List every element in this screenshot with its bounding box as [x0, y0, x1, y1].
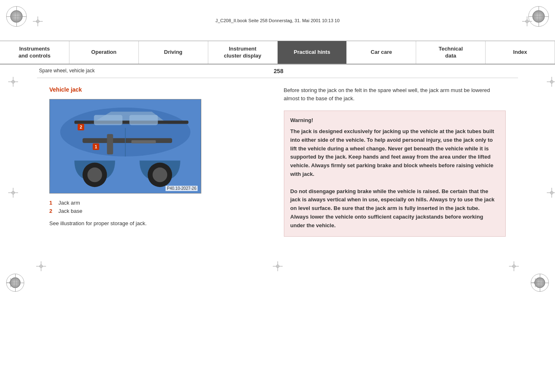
item2-number: 2 — [49, 208, 54, 214]
item-list: 1 Jack arm 2 Jack base — [49, 200, 272, 214]
content-columns: Vehicle jack — [37, 86, 518, 237]
section-title: Vehicle jack — [49, 86, 272, 93]
subheader-right — [358, 68, 518, 74]
right-column: Before storing the jack on the felt in t… — [284, 86, 518, 237]
svg-rect-5 — [131, 140, 156, 143]
tab-practical-hints[interactable]: Practical hints — [278, 41, 347, 64]
corner-decoration-tl — [6, 6, 27, 27]
inner-cross-tr — [529, 7, 548, 26]
footer-right — [531, 274, 549, 292]
corner-circle-tr — [528, 6, 549, 27]
footer-circle-left — [6, 274, 24, 292]
subheader-title: Spare wheel, vehicle jack — [37, 68, 199, 74]
item1-label: Jack arm — [58, 200, 80, 206]
top-border: J_C208_II.book Seite 258 Donnerstag, 31.… — [0, 0, 555, 41]
bottom-area — [37, 253, 518, 270]
footer-left — [6, 274, 24, 292]
svg-point-7 — [88, 168, 102, 182]
svg-text:1: 1 — [95, 144, 97, 149]
left-margin — [0, 65, 37, 270]
warning-title: Warning! — [290, 117, 500, 123]
vehicle-svg: 1 2 — [50, 99, 201, 193]
inner-cross-tl — [7, 7, 26, 26]
item1-number: 1 — [49, 200, 54, 206]
tab-car-care[interactable]: Car care — [347, 41, 416, 64]
list-item-2: 2 Jack base — [49, 208, 272, 214]
svg-point-9 — [152, 168, 167, 182]
page-wrapper: Spare wheel, vehicle jack 258 Vehicle ja… — [0, 65, 555, 270]
svg-rect-4 — [107, 134, 113, 154]
tab-technical-data[interactable]: Technical data — [416, 41, 486, 64]
corner-circle-tl — [6, 6, 27, 27]
file-info: J_C208_II.book Seite 258 Donnerstag, 31.… — [215, 18, 339, 23]
svg-text:2: 2 — [80, 125, 82, 129]
see-illustration: See illustration for proper storage of j… — [49, 220, 272, 226]
item2-label: Jack base — [58, 208, 83, 214]
nav-tabs: Instruments and controls Operation Drivi… — [0, 41, 555, 65]
corner-decoration-tr — [528, 6, 549, 27]
tab-instruments[interactable]: Instruments and controls — [0, 41, 69, 64]
left-column: Vehicle jack — [37, 86, 272, 237]
svg-rect-15 — [94, 115, 122, 125]
warning-text: The jack is designed exclusively for jac… — [290, 127, 500, 230]
right-margin — [518, 65, 555, 270]
page-footer — [0, 270, 555, 296]
tab-instrument-cluster[interactable]: Instrument cluster display — [208, 41, 278, 64]
tab-driving[interactable]: Driving — [139, 41, 208, 64]
warning-box: Warning! The jack is designed exclusivel… — [284, 111, 506, 237]
main-content: Spare wheel, vehicle jack 258 Vehicle ja… — [37, 65, 518, 270]
vehicle-image: 1 2 P40.10-2027-26 — [49, 99, 201, 194]
tab-operation[interactable]: Operation — [69, 41, 139, 64]
svg-rect-3 — [83, 138, 172, 143]
intro-text: Before storing the jack on the felt in t… — [284, 86, 506, 102]
list-item-1: 1 Jack arm — [49, 200, 272, 206]
svg-rect-16 — [129, 115, 158, 125]
image-caption: P40.10-2027-26 — [166, 186, 198, 191]
tab-index[interactable]: Index — [486, 41, 555, 64]
page-number: 258 — [199, 68, 359, 74]
subheader: Spare wheel, vehicle jack 258 — [37, 65, 518, 78]
